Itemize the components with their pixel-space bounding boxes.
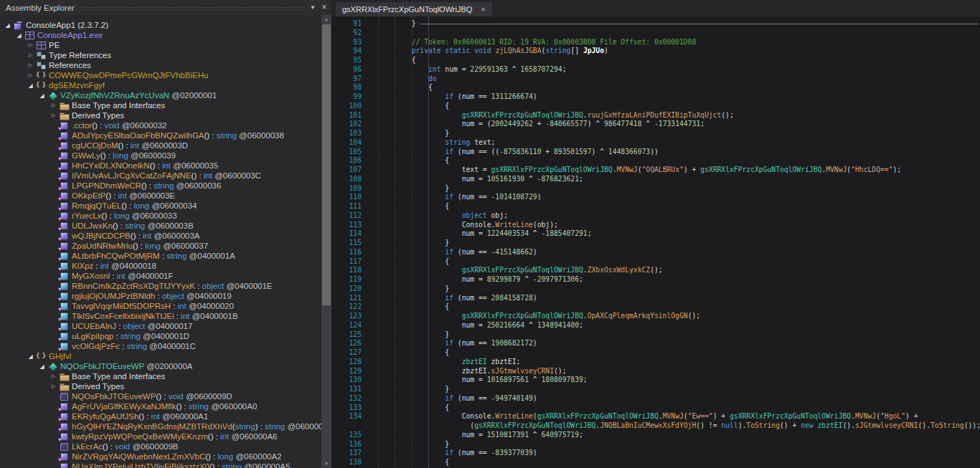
expanded-arrow-icon[interactable]: ◢ <box>2 22 13 29</box>
scroll-up-icon[interactable]: ▲ <box>321 15 331 24</box>
collapsed-arrow-icon[interactable]: ▷ <box>25 42 36 48</box>
code-line[interactable]: (gsXRRXlxFPrzcXpGuNToqlOWriJBQ.JNQBLaBnI… <box>331 421 980 431</box>
tree-item[interactable]: ◢GHjfvl <box>0 351 321 361</box>
tree-item[interactable]: ▷PE <box>0 40 321 50</box>
code-line[interactable]: 91 } <box>331 19 980 29</box>
code-line[interactable]: 95 { <box>331 56 980 65</box>
tree-item[interactable]: hGyQlHYEZNqRyKxnBGdnsjMZBTRdXhVd(string)… <box>0 421 321 431</box>
code-line[interactable]: 127 { <box>331 348 980 358</box>
tree-scrollbar-thumb[interactable] <box>322 24 331 305</box>
code-line[interactable]: 125 } <box>331 330 980 340</box>
code-line[interactable]: 102 num = (2002449262 + -840665577) ^ 98… <box>331 120 980 129</box>
tree-item[interactable]: AgFrUVjaGlfKEWyXaNJMflk() : string @0600… <box>0 401 321 411</box>
code-line[interactable]: 128 zbztEI zbztEI; <box>331 358 980 367</box>
tree-item[interactable]: uLgKpiIpqp : string @0400001D <box>0 331 321 341</box>
code-line[interactable]: 106 { <box>331 156 980 166</box>
tree-item[interactable]: ▷COWWEQswDPmePcGWmQJtFVhbBiEHu <box>0 70 321 80</box>
tree-item[interactable]: ▷Type References <box>0 50 321 60</box>
code-line[interactable]: 137 if (num == -839377039) <box>331 449 980 458</box>
expanded-arrow-icon[interactable]: ◢ <box>25 82 36 89</box>
code-line[interactable]: 117 { <box>331 257 980 267</box>
tree-item[interactable]: ▷References <box>0 60 321 70</box>
tree-item[interactable]: ADuIYpcyESlbaOaoFbBNQZwilhGA() : string … <box>0 130 321 140</box>
tree-item[interactable]: NirZVRgqYAiQWuebnNexLZmXVbC() : long @06… <box>0 452 321 462</box>
code-line[interactable]: 129 zbztEI.sJGtmwlvseyCRNI(); <box>331 367 980 376</box>
tree-item[interactable]: GWwLy() : long @06000039 <box>0 151 321 161</box>
code-line[interactable]: 116 if (num == -415148662) <box>331 248 980 257</box>
tree-item[interactable]: RBnnCmIkZpZctRsXDgTfJYYyxK : object @040… <box>0 281 321 291</box>
code-line[interactable]: 123 gsXRRXlxFPrzcXpGuNToqlOWriJBQ.OpAXCq… <box>331 312 980 321</box>
code-line[interactable]: 100 { <box>331 102 980 111</box>
code-line[interactable]: 131 } <box>331 385 980 394</box>
tree-item[interactable]: KlXpz : int @04000018 <box>0 261 321 271</box>
code-editor[interactable]: 91 }9293 // Token: 0x06000013 RID: 19 RV… <box>331 16 980 468</box>
tree-item[interactable]: NUaXImJYPeluiUzbTVIjyFiBiiksztzX0() : st… <box>0 462 321 468</box>
expanded-arrow-icon[interactable]: ◢ <box>37 92 47 99</box>
code-line[interactable]: 138 { <box>331 458 980 467</box>
code-line[interactable]: 130 num = 1016897561 ^ 1808097839; <box>331 376 980 385</box>
collapsed-arrow-icon[interactable]: ▷ <box>48 383 59 389</box>
code-line[interactable]: 133 { <box>331 403 980 413</box>
code-line[interactable]: 99 if (num == 1311266674) <box>331 92 980 102</box>
code-line[interactable]: 94 private static void zjLQhAsJGBA(strin… <box>331 47 980 56</box>
code-line[interactable]: 118 gsXRRXlxFPrzcXpGuNToqlOWriJBQ.ZXbxOs… <box>331 266 980 275</box>
code-line[interactable]: 93 // Token: 0x06000013 RID: 19 RVA: 0x0… <box>331 38 980 47</box>
code-line[interactable]: 104 string text; <box>331 138 980 148</box>
code-line[interactable]: 108 num = 105161930 ^ -876823621; <box>331 175 980 184</box>
code-line[interactable]: 103 } <box>331 129 980 138</box>
code-line[interactable]: 121 if (num == 2084158728) <box>331 294 980 303</box>
document-tab[interactable]: gsXRRXlxFPrzcXpGuNToqlOWriJBQ × <box>336 2 492 16</box>
expanded-arrow-icon[interactable]: ◢ <box>37 363 47 370</box>
tree-item[interactable]: RmqjqQTuEL() : long @06000034 <box>0 201 321 211</box>
tree-item[interactable]: cgUCOjDoM() : int @0600003D <box>0 140 321 151</box>
collapsed-arrow-icon[interactable]: ▷ <box>48 113 59 118</box>
code-line[interactable]: 107 text = gsXRRXlxFPrzcXpGuNToqlOWriJBQ… <box>331 166 980 175</box>
collapsed-arrow-icon[interactable]: ▷ <box>25 62 36 68</box>
panel-close-icon[interactable]: × <box>319 0 330 15</box>
code-line[interactable]: 109 } <box>331 184 980 194</box>
code-line[interactable]: 98 { <box>331 83 980 92</box>
tree-item[interactable]: MyGXosnl : int @0400001F <box>0 271 321 281</box>
tree-item[interactable]: UCUEbAInJ : object @04000017 <box>0 321 321 331</box>
tree-item[interactable]: NQOsFbkJTOEuveWP() : void @0600009D <box>0 391 321 401</box>
tree-item[interactable]: rYuecLx() : long @06000033 <box>0 211 321 221</box>
tree-item[interactable]: wQJBjNCDCPB() : int @0600003A <box>0 231 321 241</box>
collapsed-arrow-icon[interactable]: ▷ <box>25 52 36 58</box>
tree-item[interactable]: rgjiujOjOUMJPztBNldh : object @04000019 <box>0 291 321 301</box>
code-line[interactable]: 134 Console.WriteLine(gsXRRXlxFPrzcXpGuN… <box>331 412 980 421</box>
tree-item[interactable]: EKRyfuQgAUfJSh() : int @060000A1 <box>0 411 321 421</box>
tree-item[interactable]: ▷Base Type and Interfaces <box>0 100 321 110</box>
tree-item[interactable]: ◢dgSEMzvnFgyf <box>0 80 321 90</box>
tree-item[interactable]: OKkpEtP() : int @0600003E <box>0 191 321 201</box>
expanded-arrow-icon[interactable]: ◢ <box>14 32 24 39</box>
tree-item[interactable]: ALtbrbFhCQwPOtMjRM : string @0400001A <box>0 251 321 261</box>
code-line[interactable]: 132 if (num == -949740149) <box>331 394 980 403</box>
code-line[interactable]: 115 } <box>331 239 980 248</box>
tree-item[interactable]: ▷Derived Types <box>0 381 321 391</box>
tree-item[interactable]: TlklSvCoxFceIlxbixijNkTtJEi : int @04000… <box>0 311 321 321</box>
tree-item[interactable]: UDLJwxKn() : string @0600003B <box>0 221 321 231</box>
code-line[interactable]: 105 if (num == ((-875836110 + 893501597)… <box>331 148 980 157</box>
tree-item[interactable]: LPGPNDhmWeCR() : string @06000036 <box>0 181 321 191</box>
collapsed-arrow-icon[interactable]: ▷ <box>25 72 36 78</box>
tree-item[interactable]: .cctor() : void @06000032 <box>0 120 321 130</box>
tree-item[interactable]: ZpaUdNRtwMrlu() : long @06000037 <box>0 241 321 251</box>
assembly-explorer-header[interactable]: Assembly Explorer ▼ × <box>0 0 331 15</box>
tree-item[interactable]: HhCYxiDLXNOneIkN() : int @06000035 <box>0 161 321 171</box>
expanded-arrow-icon[interactable]: ◢ <box>25 353 36 360</box>
tree-item[interactable]: ▷Derived Types <box>0 110 321 120</box>
tree-item[interactable]: ◢VZyKozjfNhVZRnuAzYcUvaN @02000001 <box>0 90 321 100</box>
tree-item[interactable]: ◢NQOsFbkJTOEuveWP @0200000A <box>0 361 321 371</box>
code-line[interactable]: 126 if (num == 1908682172) <box>331 339 980 348</box>
tree-item[interactable]: vcOlGdjPzFc : string @0400001C <box>0 341 321 351</box>
code-line[interactable]: 135 num = 1510817391 ^ 640975719; <box>331 431 980 440</box>
code-line[interactable]: 112 object obj; <box>331 211 980 221</box>
tree-item[interactable]: ◢ConsoleApp1.exe <box>0 30 321 40</box>
code-line[interactable]: 111 { <box>331 202 980 211</box>
code-line[interactable]: 136 } <box>331 440 980 449</box>
code-line[interactable]: 122 { <box>331 302 980 312</box>
code-line[interactable]: 120 } <box>331 285 980 294</box>
code-line[interactable]: 110 if (num == -1014108729) <box>331 193 980 202</box>
tree-item[interactable]: kwtyRpzVpWQPoeQxBeWMyEKnzm() : int @0600… <box>0 431 321 441</box>
tree-item[interactable]: IiVmUvAvLJrCgXvCatZoFAjNNE() : int @0600… <box>0 171 321 181</box>
